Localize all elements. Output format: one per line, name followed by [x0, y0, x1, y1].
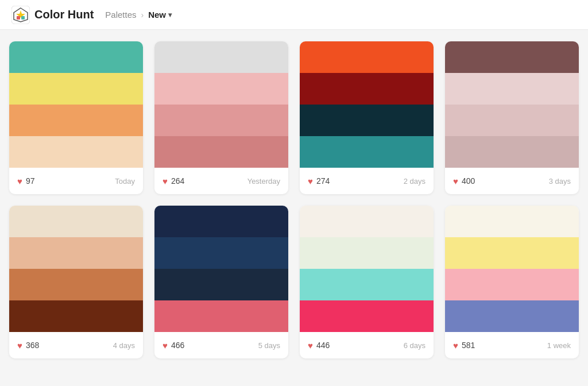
color-swatch — [300, 300, 434, 332]
heart-icon: ♥ — [163, 176, 168, 186]
card-footer: ♥264Yesterday — [154, 168, 288, 194]
palette-swatches — [154, 41, 288, 168]
color-swatch — [445, 269, 579, 300]
breadcrumb-current[interactable]: New ▾ — [148, 10, 172, 20]
color-swatch — [154, 237, 288, 269]
time-label: 1 week — [547, 341, 571, 350]
color-swatch — [9, 136, 143, 168]
color-swatch — [445, 206, 579, 237]
color-swatch — [9, 269, 143, 300]
palette-swatches — [9, 206, 143, 332]
color-swatch — [154, 73, 288, 105]
time-label: Today — [115, 177, 135, 186]
palette-swatches — [300, 206, 434, 332]
heart-icon: ♥ — [453, 341, 458, 350]
card-footer: ♥2742 days — [300, 168, 434, 194]
palette-card[interactable]: ♥4466 days — [300, 206, 434, 358]
color-swatch — [154, 105, 288, 136]
color-swatch — [300, 73, 434, 105]
color-swatch — [445, 41, 579, 73]
palette-swatches — [9, 41, 143, 168]
color-swatch — [154, 41, 288, 73]
heart-icon: ♥ — [17, 176, 22, 186]
color-swatch — [445, 73, 579, 105]
likes-count[interactable]: ♥368 — [17, 341, 39, 350]
color-swatch — [154, 206, 288, 237]
palette-card[interactable]: ♥97Today — [9, 41, 143, 194]
likes-count[interactable]: ♥446 — [308, 341, 330, 350]
color-swatch — [300, 136, 434, 168]
svg-rect-3 — [17, 16, 20, 20]
color-swatch — [154, 300, 288, 332]
color-swatch — [9, 300, 143, 332]
palette-card[interactable]: ♥2742 days — [300, 41, 434, 194]
color-swatch — [445, 136, 579, 168]
palette-swatches — [445, 41, 579, 168]
chevron-down-icon: ▾ — [168, 11, 172, 19]
time-label: 3 days — [549, 177, 571, 186]
breadcrumb: Palettes › New ▾ — [105, 10, 172, 20]
heart-icon: ♥ — [453, 176, 458, 186]
heart-icon: ♥ — [163, 341, 168, 350]
logo-icon — [11, 6, 30, 24]
card-footer: ♥4466 days — [300, 332, 434, 358]
color-swatch — [300, 237, 434, 269]
color-swatch — [445, 300, 579, 332]
palette-card[interactable]: ♥3684 days — [9, 206, 143, 358]
palette-grid: ♥97Today♥264Yesterday♥2742 days♥4003 day… — [0, 30, 588, 370]
color-swatch — [154, 136, 288, 168]
likes-count[interactable]: ♥466 — [163, 341, 184, 350]
app-header: Color Hunt Palettes › New ▾ — [0, 0, 588, 30]
color-swatch — [445, 105, 579, 136]
logo-text: Color Hunt — [34, 8, 94, 21]
likes-count[interactable]: ♥264 — [163, 176, 184, 186]
color-swatch — [300, 269, 434, 300]
card-footer: ♥5811 week — [445, 332, 579, 358]
color-swatch — [9, 41, 143, 73]
color-swatch — [9, 73, 143, 105]
heart-icon: ♥ — [308, 341, 313, 350]
heart-icon: ♥ — [17, 341, 22, 350]
breadcrumb-palettes[interactable]: Palettes — [105, 10, 136, 20]
time-label: 4 days — [113, 341, 135, 350]
palette-card[interactable]: ♥4665 days — [154, 206, 288, 358]
time-label: 6 days — [404, 341, 425, 350]
color-swatch — [9, 237, 143, 269]
card-footer: ♥4665 days — [154, 332, 288, 358]
color-swatch — [445, 237, 579, 269]
svg-rect-4 — [21, 16, 25, 20]
logo-area: Color Hunt — [11, 6, 94, 24]
likes-count[interactable]: ♥581 — [453, 341, 475, 350]
card-footer: ♥97Today — [9, 168, 143, 194]
time-label: Yesterday — [247, 177, 280, 186]
color-swatch — [300, 105, 434, 136]
breadcrumb-separator: › — [141, 10, 144, 20]
heart-icon: ♥ — [308, 176, 313, 186]
palette-card[interactable]: ♥264Yesterday — [154, 41, 288, 194]
palette-card[interactable]: ♥5811 week — [445, 206, 579, 358]
palette-card[interactable]: ♥4003 days — [445, 41, 579, 194]
time-label: 5 days — [258, 341, 280, 350]
color-swatch — [9, 105, 143, 136]
palette-swatches — [154, 206, 288, 332]
card-footer: ♥3684 days — [9, 332, 143, 358]
likes-count[interactable]: ♥400 — [453, 176, 475, 186]
color-swatch — [300, 206, 434, 237]
likes-count[interactable]: ♥274 — [308, 176, 330, 186]
color-swatch — [9, 206, 143, 237]
color-swatch — [300, 41, 434, 73]
likes-count[interactable]: ♥97 — [17, 176, 34, 186]
color-swatch — [154, 269, 288, 300]
palette-swatches — [445, 206, 579, 332]
time-label: 2 days — [404, 177, 425, 186]
palette-swatches — [300, 41, 434, 168]
card-footer: ♥4003 days — [445, 168, 579, 194]
